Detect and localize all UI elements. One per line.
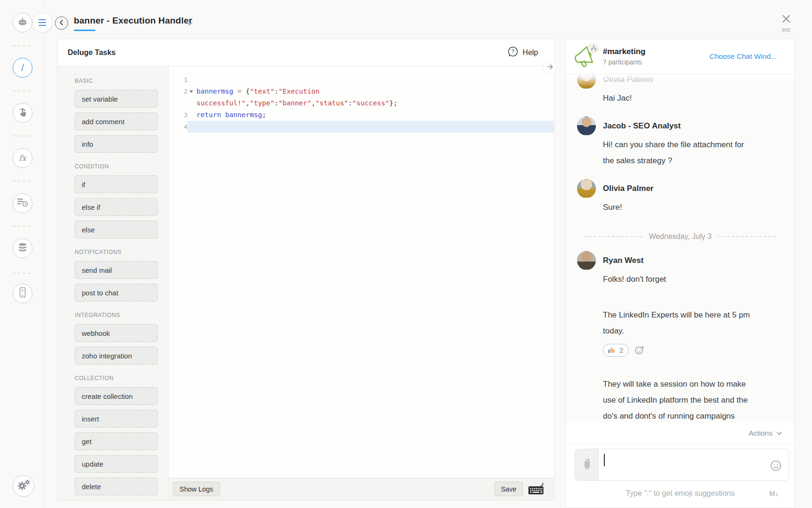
reaction-chip-thumbs-up-emoji[interactable]: 2 — [603, 344, 629, 357]
panel-title: Deluge Tasks — [68, 48, 116, 57]
task-button-insert[interactable]: insert — [75, 410, 158, 428]
close-icon — [781, 19, 792, 26]
slash-command-icon: / — [21, 63, 24, 73]
thumbs-up-emoji — [607, 346, 616, 355]
message-composer[interactable] — [575, 449, 789, 481]
sidebar-item-settings[interactable] — [13, 475, 34, 497]
message-header: Ryan West — [577, 251, 795, 270]
task-button-delete[interactable]: delete — [75, 477, 158, 495]
deluge-editor-panel: Deluge Tasks ? Help BASICset variableadd… — [57, 39, 554, 500]
bot-avatar-button[interactable] — [13, 13, 32, 32]
task-button-send-mail[interactable]: send mail — [75, 261, 158, 279]
task-button-add-comment[interactable]: add comment — [75, 112, 158, 130]
paperclip-icon — [582, 457, 592, 473]
sidebar-item-functions[interactable]: fx — [13, 148, 32, 168]
bot-icon — [16, 16, 29, 30]
title-dropdown-chevron-icon[interactable] — [186, 20, 193, 28]
code-line-content: return bannermsg; — [187, 109, 554, 121]
task-button-set-variable[interactable]: set variable — [75, 90, 158, 108]
message-author[interactable]: Ryan West — [603, 256, 644, 265]
menu-hamburger-button[interactable] — [32, 13, 52, 32]
task-button-create-collection[interactable]: create collection — [75, 387, 158, 405]
code-line-active[interactable]: 4 — [169, 121, 554, 133]
task-button-if[interactable]: if — [75, 175, 158, 193]
avatar[interactable] — [577, 179, 596, 198]
close-button[interactable]: esc — [778, 13, 794, 33]
task-button-update[interactable]: update — [75, 455, 158, 473]
help-button[interactable]: ? Help — [507, 46, 538, 59]
database-icon — [17, 242, 28, 255]
show-logs-button[interactable]: Show Logs — [173, 482, 220, 496]
sidebar-item-mobile[interactable] — [13, 284, 32, 303]
back-chevron-icon — [58, 19, 65, 27]
date-divider: Wednesday, July 3 — [566, 232, 795, 241]
task-button-webhook[interactable]: webhook — [75, 324, 158, 342]
channel-icon-wrap — [572, 43, 597, 70]
reaction-count: 2 — [619, 346, 623, 354]
message-text: use of LinkedIn platform the best and th… — [603, 392, 795, 408]
markdown-toggle[interactable]: M↓ — [769, 489, 779, 497]
line-number: 3 — [169, 109, 187, 121]
code-line[interactable]: 2bannermsg = {"text":"Execution — [169, 86, 554, 97]
scheduler-icon — [16, 197, 29, 210]
code-line[interactable]: successful!","type":"banner","status":"s… — [169, 97, 554, 109]
message-header: Olivia Palmer — [577, 179, 795, 198]
mobile-icon — [18, 286, 27, 301]
line-number — [169, 97, 187, 109]
rail-separator — [13, 135, 31, 136]
rail-separator — [13, 273, 31, 274]
code-line-content — [187, 121, 554, 133]
message-author[interactable]: Olivia Palmer — [603, 184, 654, 193]
chat-panel: #marketing 7 participants Choose Chat Wi… — [565, 39, 795, 508]
back-button[interactable] — [55, 16, 68, 30]
message-text: The LinkedIn Experts will be here at 5 p… — [603, 307, 795, 323]
message-author[interactable]: Olivia Palmer — [603, 75, 654, 84]
keyboard-shortcuts-button[interactable] — [528, 482, 545, 496]
line-number: 1 — [169, 74, 187, 86]
sidebar-item-schedulers[interactable] — [13, 193, 32, 213]
actions-label: Actions — [749, 429, 773, 437]
arrow-right-icon — [546, 63, 554, 72]
message-author[interactable]: Jacob - SEO Analyst — [603, 121, 681, 131]
rail-separator — [13, 90, 31, 91]
code-editor[interactable]: 12bannermsg = {"text":"Executionsuccessf… — [169, 66, 554, 478]
channel-name: #marketing — [603, 47, 646, 56]
avatar[interactable] — [577, 251, 596, 270]
chat-composer-area: Actions Type ":" to get emoji suggestion… — [566, 423, 795, 508]
sidebar-item-tap-actions[interactable] — [13, 103, 32, 123]
message-text: Folks! don't forget — [603, 271, 795, 287]
task-button-else-if[interactable]: else if — [75, 198, 158, 216]
code-line-content: successful!","type":"banner","status":"s… — [187, 97, 554, 109]
sidebar-item-database[interactable] — [13, 238, 32, 258]
app-window: / fx banner - Execution Handler esc Delu… — [0, 0, 812, 508]
task-button-post-to-chat[interactable]: post to chat — [75, 284, 158, 302]
task-button-get[interactable]: get — [75, 432, 158, 450]
task-button-else[interactable]: else — [75, 221, 158, 238]
emoji-picker-button[interactable] — [770, 460, 782, 473]
expand-panel-button[interactable] — [543, 60, 557, 74]
deluge-task-palette: BASICset variableadd commentinfoCONDITIO… — [58, 66, 169, 500]
chevron-down-icon — [776, 429, 782, 437]
code-line[interactable]: 1 — [169, 74, 554, 86]
code-line-content: bannermsg = {"text":"Execution — [187, 86, 554, 97]
task-button-info[interactable]: info — [75, 135, 158, 153]
channel-participants[interactable]: 7 participants — [603, 58, 646, 66]
save-button[interactable]: Save — [494, 482, 523, 496]
attach-file-button[interactable] — [575, 449, 599, 480]
composer-hint-row: Type ":" to get emoji suggestions M↓ — [566, 489, 795, 498]
svg-text:?: ? — [511, 48, 514, 54]
message-text: Sure! — [603, 199, 795, 215]
code-line[interactable]: 3return bannermsg; — [169, 109, 554, 121]
add-reaction-button[interactable] — [634, 345, 645, 356]
functions-icon: fx — [19, 153, 26, 163]
actions-dropdown[interactable]: Actions — [749, 429, 782, 437]
fold-arrow-icon[interactable] — [189, 90, 193, 93]
sidebar-item-slash-commands[interactable]: / — [13, 58, 32, 78]
message-list[interactable]: Olivia PalmerHai Jac!Jacob - SEO Analyst… — [566, 74, 795, 424]
choose-chat-window-link[interactable]: Choose Chat Wind... — [710, 52, 777, 61]
task-button-zoho-integration[interactable]: zoho integration — [75, 347, 158, 365]
page-title[interactable]: banner - Execution Handler — [74, 16, 192, 26]
message-input[interactable] — [599, 449, 789, 480]
avatar[interactable] — [577, 117, 596, 135]
avatar[interactable] — [577, 74, 596, 89]
